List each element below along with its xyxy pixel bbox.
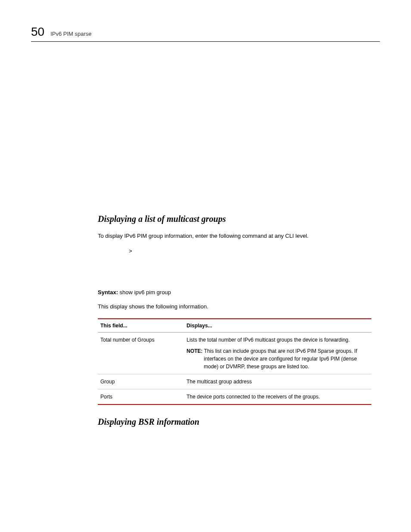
note-label: NOTE: [187,348,202,354]
header-rule [31,41,380,42]
table-cell-field: Total number of Groups [98,333,184,374]
table-cell-displays: Lists the total number of IPv6 multicast… [184,333,371,374]
page-number: 50 [31,25,44,39]
document-page: 50 IPv6 PIM sparse Displaying a list of … [0,0,411,460]
note-text: This list can include groups that are no… [204,348,357,370]
page-header: 50 IPv6 PIM sparse [31,25,380,39]
section-heading-bsr: Displaying BSR information [98,417,371,427]
note-block: NOTE: This list can include groups that … [187,347,369,370]
intro-text: To display IPv6 PIM group information, e… [98,232,371,240]
table-header-displays: Displays... [184,319,371,333]
table-cell-displays: The device ports connected to the receiv… [184,389,371,405]
info-table: This field... Displays... Total number o… [98,318,371,405]
table-cell-field: Group [98,374,184,389]
info-line: This display shows the following informa… [98,302,371,311]
header-title: IPv6 PIM sparse [50,31,91,37]
content-area: Displaying a list of multicast groups To… [98,50,371,427]
table-cell-field: Ports [98,389,184,405]
syntax-command: show ipv6 pim group [120,289,171,296]
cli-block: > [129,248,371,255]
table-header-row: This field... Displays... [98,319,371,333]
cli-prompt: > [129,248,132,255]
table-cell-displays: The multicast group address [184,374,371,389]
table-row: Total number of Groups Lists the total n… [98,333,371,374]
table-row: Ports The device ports connected to the … [98,389,371,405]
syntax-line: Syntax: show ipv6 pim group [98,289,371,296]
table-header-field: This field... [98,319,184,333]
table-displays-text: Lists the total number of IPv6 multicast… [187,337,350,343]
spacer [98,50,371,214]
syntax-label: Syntax: [98,289,118,296]
section-heading-multicast: Displaying a list of multicast groups [98,214,371,224]
table-row: Group The multicast group address [98,374,371,389]
